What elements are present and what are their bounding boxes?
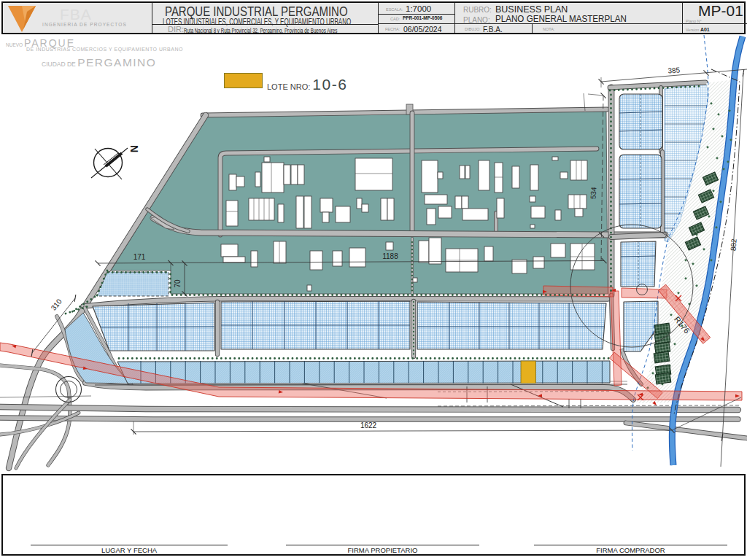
- svg-text:1188: 1188: [382, 252, 398, 260]
- svg-text:70: 70: [174, 279, 182, 288]
- svg-text:882: 882: [729, 238, 738, 252]
- svg-text:1622: 1622: [360, 421, 377, 429]
- svg-text:310: 310: [50, 298, 63, 312]
- svg-text:171: 171: [133, 253, 146, 261]
- svg-text:385: 385: [667, 66, 681, 74]
- svg-text:N: N: [128, 145, 140, 152]
- svg-text:534: 534: [589, 187, 598, 200]
